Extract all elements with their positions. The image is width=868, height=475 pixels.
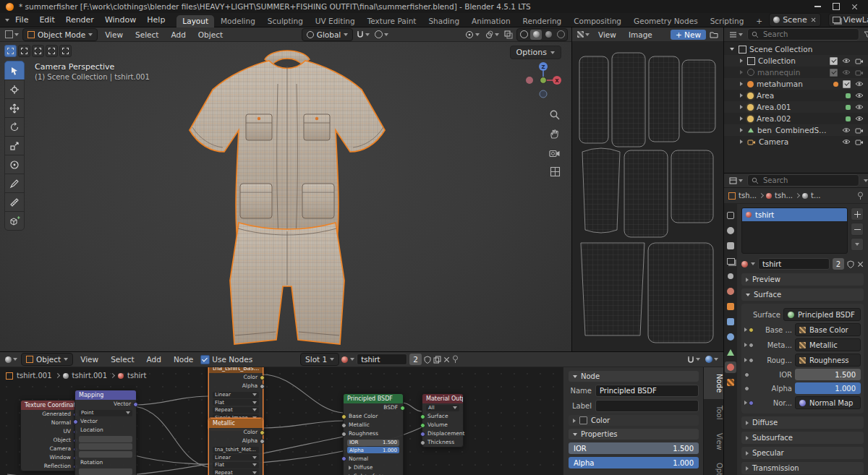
select-mode-subtract[interactable] [32,45,44,57]
show-overlays-icon[interactable] [483,30,501,39]
metallic-link-button[interactable]: Metallic [795,338,861,351]
expand-icon[interactable] [740,116,743,121]
tab-view-layer[interactable] [725,255,736,267]
expand-icon[interactable] [740,70,743,74]
viewport-menu-view[interactable]: View [100,30,128,40]
shader-menu-view[interactable]: View [75,354,103,364]
open-image-button[interactable] [708,31,720,38]
filter-funnel-icon[interactable] [862,31,868,38]
navigation-gizmo[interactable]: Z X [524,61,563,100]
sidebar-tab-node[interactable]: Node [704,367,723,399]
shader-menu-node[interactable]: Node [169,354,198,364]
move-tool[interactable] [4,98,25,118]
shading-rendered-button[interactable] [555,30,566,40]
outliner-row-mannequin[interactable]: mannequin [724,67,868,78]
tab-physics[interactable] [725,331,736,343]
fake-user-shield-icon[interactable] [424,356,431,364]
node-texture-coordinate[interactable]: Texture Coordinate Generated Normal UV O… [20,400,77,471]
node-canvas[interactable]: tshirt.001 tshirt.001 tshirt Texture Coo… [0,367,723,475]
rotate-tool[interactable] [4,117,25,137]
toggle-ortho-icon[interactable] [548,165,561,178]
socket[interactable] [420,440,425,445]
node-title[interactable]: Metallic [209,419,263,428]
expand-icon[interactable] [740,140,743,144]
node-title[interactable]: Principled BSDF [344,394,403,403]
editor-type-shader-icon[interactable] [4,356,19,363]
node-title[interactable]: Mapping [75,390,136,400]
material-icon[interactable] [741,261,748,268]
expand-icon[interactable] [740,82,743,86]
expand-icon[interactable] [740,105,743,109]
viewlayer-selector[interactable]: ViewLayer [828,13,868,27]
socket[interactable] [133,402,138,407]
workspace-tab-shading[interactable]: Shading [422,15,465,27]
transform-orientation-dropdown[interactable]: Global [302,28,354,41]
interpolation-dropdown[interactable]: Linear [213,392,259,398]
projection-dropdown[interactable]: Flat [213,399,259,406]
socket[interactable] [341,423,346,428]
alpha-slider[interactable]: 1.000 [795,382,861,394]
workspace-tab-modeling[interactable]: Modeling [215,15,261,27]
workspace-tab-uv-editing[interactable]: UV Editing [310,15,361,27]
shading-preview-icon[interactable] [704,356,720,363]
node-title[interactable]: Texture Coordinate [21,401,76,410]
workspace-tab-rendering[interactable]: Rendering [517,15,568,27]
node-image-texture-metallic[interactable]: Metallic Color Alpha tna_tshirt_Met... L… [208,418,263,475]
shader-type-dropdown[interactable]: Object [21,353,73,366]
workspace-tab-compositing[interactable]: Compositing [568,15,627,27]
uv-menu-view[interactable]: View [593,30,621,40]
breadcrumb-item[interactable]: tshirt [127,372,146,380]
menu-edit[interactable]: Edit [34,14,59,25]
eye-icon[interactable] [842,69,851,75]
shader-menu-add[interactable]: Add [142,354,166,364]
scene-unlink-icon[interactable] [811,17,816,22]
color-checkbox[interactable] [579,416,587,424]
window-maximize-button[interactable] [833,3,840,10]
gizmo-y-axis[interactable] [540,77,547,84]
tab-output[interactable] [725,240,736,252]
specular-panel-header[interactable]: Specular [741,447,864,459]
outliner-search-input[interactable] [762,30,855,39]
expand-icon[interactable] [744,343,747,347]
image-name-field[interactable]: tna_tshirt_Met... [213,447,259,453]
sidebar-tab-tool[interactable]: Tool [704,399,723,426]
snap-magnet-icon[interactable] [686,356,702,364]
outliner-row-area-002[interactable]: Area.002 [724,113,868,124]
node-material-output[interactable]: Material Output All Surface Volume Displ… [422,393,464,448]
eye-icon[interactable] [855,104,864,110]
shading-wireframe-button[interactable] [518,30,529,40]
snap-magnet-icon[interactable] [355,30,371,38]
socket[interactable] [260,430,265,435]
tab-world[interactable] [725,286,736,297]
node-label-field[interactable] [595,400,699,412]
node-title[interactable]: tna_tshirt_Bas... [209,367,263,373]
node-panel-header[interactable]: Node [569,371,699,382]
viewport-menu-select[interactable]: Select [130,30,163,40]
eye-icon[interactable] [842,127,851,133]
menu-window[interactable]: Window [100,14,141,25]
output-target-dropdown[interactable]: All [426,405,459,411]
new-image-button[interactable]: + New [671,30,706,40]
checkbox-icon[interactable] [830,57,838,65]
unlink-material-icon[interactable] [443,356,450,363]
workspace-tab-geometry-nodes[interactable]: Geometry Nodes [628,15,704,27]
use-nodes-checkbox[interactable] [200,355,210,364]
material-browse-caret-icon[interactable] [751,262,755,265]
material-users-count[interactable]: 2 [833,258,844,270]
socket[interactable] [260,439,265,444]
node-title[interactable]: Material Output [422,394,463,403]
shader-material-name-field[interactable] [357,354,407,365]
extension-dropdown[interactable]: Repeat [213,407,259,414]
preview-panel-header[interactable]: Preview [741,273,864,286]
breadcrumb-item[interactable]: tsh... [775,192,793,200]
select-mode-set[interactable] [4,45,17,57]
socket[interactable] [260,375,265,380]
properties-panel-header[interactable]: Properties [569,429,699,440]
material-slot-active[interactable]: tshirt [742,208,847,221]
expand-icon[interactable] [744,328,747,332]
socket[interactable] [260,384,265,389]
camera-toggle-icon[interactable] [855,58,864,64]
expand-icon[interactable] [740,128,743,132]
outliner-row-scene-collection[interactable]: Scene Collection [724,43,868,55]
eye-icon[interactable] [855,81,864,87]
